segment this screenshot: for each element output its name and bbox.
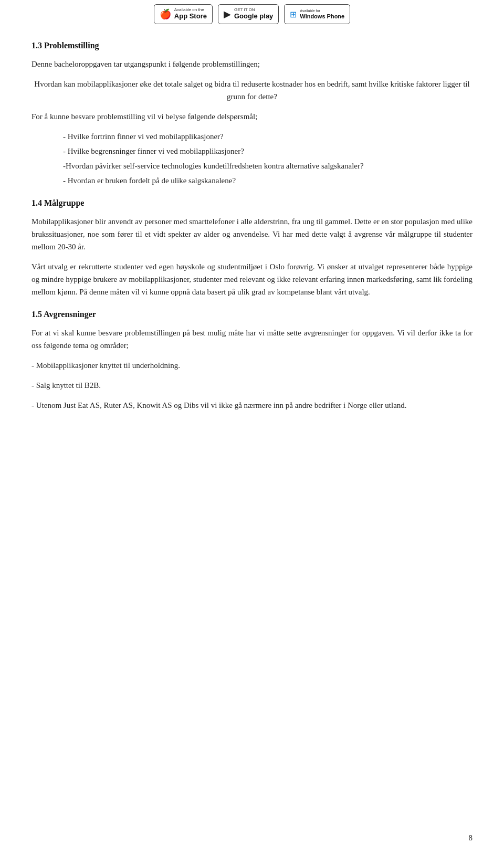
section-15-item2: - Salg knyttet til B2B.: [32, 379, 472, 392]
section-14-para1: Mobilapplikasjoner blir anvendt av perso…: [32, 215, 472, 253]
windows-badge[interactable]: ⊞ Available for Windows Phone: [284, 4, 350, 24]
page-number: 8: [469, 834, 473, 843]
section-14-para2: Vårt utvalg er rekrutterte studenter ved…: [32, 260, 472, 298]
subquestion-2: - Hvilke begrensninger finner vi ved mob…: [63, 145, 472, 157]
subquestion-3: -Hvordan påvirker self-service technolog…: [63, 160, 472, 172]
section-13-para2: Hvordan kan mobilapplikasjoner øke det t…: [32, 78, 472, 103]
section-15-container: 1.5 Avgrensninger For at vi skal kunne b…: [32, 310, 472, 412]
section-13-para1: Denne bacheloroppgaven tar utgangspunkt …: [32, 58, 472, 70]
appstore-text: Available on the App Store: [174, 8, 207, 20]
googleplay-icon: ▶: [224, 8, 231, 20]
windows-icon: ⊞: [290, 9, 297, 19]
googleplay-label: Google play: [234, 13, 273, 20]
subquestion-1: - Hvilke fortrinn finner vi ved mobilapp…: [63, 130, 472, 143]
section-15-para1: For at vi skal kunne besvare problemstil…: [32, 327, 472, 352]
windows-label: Windows Phone: [300, 13, 344, 19]
appstore-label: App Store: [174, 13, 207, 20]
section-15-item1: - Mobilapplikasjoner knyttet til underho…: [32, 359, 472, 372]
subquestion-4: - Hvordan er bruken fordelt på de ulike …: [63, 174, 472, 187]
googleplay-text: GET IT ON Google play: [234, 8, 273, 20]
windows-text: Available for Windows Phone: [300, 9, 344, 19]
section-15-item3: - Utenom Just Eat AS, Ruter AS, Knowit A…: [32, 399, 472, 412]
subquestions-list: - Hvilke fortrinn finner vi ved mobilapp…: [63, 130, 472, 187]
header-bar: 🍎 Available on the App Store ▶ GET IT ON…: [32, 0, 472, 30]
windows-sublabel: Available for: [300, 9, 344, 13]
section-14-container: 1.4 Målgruppe Mobilapplikasjoner blir an…: [32, 198, 472, 298]
main-content: 1.3 Problemstilling Denne bacheloroppgav…: [32, 30, 472, 412]
section-15-title: 1.5 Avgrensninger: [32, 310, 472, 319]
section-13-para3: For å kunne besvare problemstilling vil …: [32, 110, 472, 123]
googleplay-badge[interactable]: ▶ GET IT ON Google play: [218, 4, 279, 24]
appstore-badge[interactable]: 🍎 Available on the App Store: [154, 4, 213, 24]
section-13-title: 1.3 Problemstilling: [32, 41, 472, 50]
section-14-title: 1.4 Målgruppe: [32, 198, 472, 208]
apple-icon: 🍎: [160, 8, 171, 20]
page-container: 🍎 Available on the App Store ▶ GET IT ON…: [0, 0, 504, 853]
